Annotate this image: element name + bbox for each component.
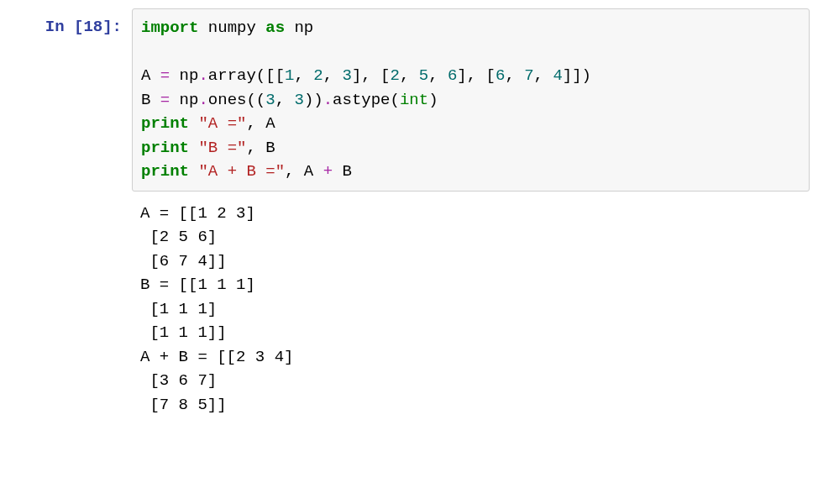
number-literal: 6 [496,66,505,85]
code-line-4: B = np.ones((3, 3)).astype(int) [141,88,800,113]
code-text: array([[ [208,66,285,85]
code-text [189,162,198,181]
code-line-7: print "A + B =", A + B [141,160,800,184]
string-literal: "A =" [198,114,246,133]
keyword-import: import [141,18,198,37]
input-cell: In [18]: import numpy as np A = np.array… [8,8,810,192]
code-text: np [170,66,198,85]
code-text: , [428,66,448,85]
number-literal: 6 [448,66,457,85]
code-text: , B [246,139,275,157]
input-prompt: In [18]: [8,8,132,46]
code-text: , [505,66,524,85]
output-line: [1 1 1]] [140,321,801,345]
code-line-blank [141,40,800,65]
code-text: )) [304,91,323,109]
code-text: , [275,91,295,109]
operator-plus: + [323,162,333,181]
string-literal: "B =" [198,139,246,157]
operator-dot: . [198,66,207,85]
code-text [189,114,198,133]
code-text: np [285,18,313,37]
number-literal: 3 [343,66,352,85]
number-literal: 4 [553,66,562,85]
code-text: , [323,66,343,85]
code-text: B [333,162,352,181]
code-text: numpy [198,18,265,37]
code-text: ], [ [352,66,391,85]
code-text: ) [428,91,438,109]
operator-dot: . [198,91,207,109]
output-line: A + B = [[2 3 4] [140,345,801,370]
operator-assign: = [160,91,170,109]
output-line: [6 7 4]] [140,249,801,274]
number-literal: 1 [285,66,294,85]
string-literal: "A + B =" [198,162,285,181]
code-text: ]]) [563,66,591,85]
code-text: , A [246,114,275,133]
number-literal: 2 [391,66,400,85]
output-line: [7 8 5]] [140,393,801,417]
keyword-as: as [265,18,285,37]
code-text: , A [285,162,323,181]
code-text: np [170,91,198,109]
code-text: astype( [333,91,400,109]
number-literal: 3 [265,91,275,109]
code-text: , [400,66,419,85]
code-line-1: import numpy as np [141,16,800,40]
code-text: A [141,66,160,85]
code-text: , [534,66,553,85]
code-text: ones(( [208,91,265,109]
output-line: [3 6 7] [140,369,801,393]
code-text: , [294,66,313,85]
keyword-print: print [141,162,189,181]
keyword-print: print [141,114,189,133]
operator-dot: . [323,91,333,109]
number-literal: 2 [313,66,322,85]
number-literal: 5 [419,66,428,85]
output-line: A = [[1 2 3] [140,202,801,226]
code-text: B [141,91,160,109]
code-line-5: print "A =", A [141,112,800,136]
code-input-area[interactable]: import numpy as np A = np.array([[1, 2, … [132,8,810,192]
output-area: A = [[1 2 3] [2 5 6] [6 7 4]] B = [[1 1 … [132,192,810,424]
builtin-int: int [400,91,428,109]
keyword-print: print [141,139,189,157]
code-line-3: A = np.array([[1, 2, 3], [2, 5, 6], [6, … [141,64,800,88]
output-line: [1 1 1] [140,297,801,322]
code-line-6: print "B =", B [141,136,800,160]
number-literal: 7 [524,66,533,85]
operator-assign: = [160,66,170,85]
number-literal: 3 [294,91,303,109]
code-text: ], [ [457,66,496,85]
output-line: B = [[1 1 1] [140,273,801,297]
output-cell: A = [[1 2 3] [2 5 6] [6 7 4]] B = [[1 1 … [8,192,810,424]
output-line: [2 5 6] [140,225,801,249]
code-text [189,139,198,157]
